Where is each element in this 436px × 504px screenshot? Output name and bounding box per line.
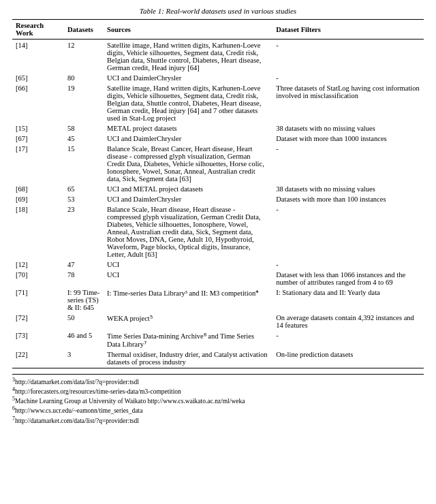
cell-sources: UCI and METAL project datasets [104,184,272,194]
cell-sources: Balance Scale, Breast Cancer, Heart dise… [104,144,272,184]
cell-research: [17] [12,144,64,184]
cell-filters: Three datasets of StatLog having cost in… [272,83,424,123]
cell-datasets: 15 [64,144,104,184]
cell-research: [70] [12,270,64,287]
col-header-sources: Sources [104,20,272,40]
cell-sources: Satellite image, Hand written digits, Ka… [104,40,272,74]
cell-datasets: 53 [64,194,104,204]
cell-datasets: 12 [64,40,104,74]
cell-filters: 38 datasets with no missing values [272,184,424,194]
cell-research: [12] [12,259,64,270]
table-row: [71]I: 99 Time-series (TS) & II: 645I: T… [12,287,424,313]
table-row: [73]46 and 5Time Series Data-mining Arch… [12,330,424,349]
cell-research: [14] [12,40,64,74]
table-row: [14]12Satellite image, Hand written digi… [12,40,424,74]
table-row: [66]19Satellite image, Hand written digi… [12,83,424,123]
research-table: Research Work Datasets Sources Dataset F… [12,19,424,368]
cell-research: [68] [12,184,64,194]
table-row: [17]15Balance Scale, Breast Cancer, Hear… [12,144,424,184]
table-row: [70]78UCIDataset with less than 1066 ins… [12,270,424,287]
cell-research: [67] [12,133,64,144]
cell-datasets: 65 [64,184,104,194]
cell-sources: Thermal oxidiser, Industry drier, and Ca… [104,349,272,368]
cell-datasets: 3 [64,349,104,368]
cell-datasets: I: 99 Time-series (TS) & II: 645 [64,287,104,313]
cell-sources: UCI and DaimlerChrysler [104,133,272,144]
table-row: [18]23Balance Scale, Heart disease, Hear… [12,204,424,259]
cell-filters: - [272,73,424,83]
cell-sources: UCI and DaimlerChrysler [104,194,272,204]
cell-research: [15] [12,123,64,133]
cell-research: [66] [12,83,64,123]
table-row: [72]50WEKA project⁵On average datasets c… [12,313,424,330]
cell-filters: - [272,144,424,184]
cell-research: [22] [12,349,64,368]
table-row: [68]65UCI and METAL project datasets38 d… [12,184,424,194]
cell-filters: Datasets with more than 100 instances [272,194,424,204]
cell-datasets: 50 [64,313,104,330]
cell-sources: Satellite image, Hand written digits, Ka… [104,83,272,123]
cell-sources: UCI and DaimlerChrysler [104,73,272,83]
cell-datasets: 47 [64,259,104,270]
cell-datasets: 23 [64,204,104,259]
footnote: 5Machine Learning Group at University of… [12,396,424,405]
cell-datasets: 19 [64,83,104,123]
cell-datasets: 58 [64,123,104,133]
cell-filters: - [272,204,424,259]
cell-sources: Time Series Data-mining Archive⁶ and Tim… [104,330,272,349]
table-row: [67]45UCI and DaimlerChryslerDataset wit… [12,133,424,144]
table-title: Table 1: Real-world datasets used in var… [12,7,424,15]
footnote: 7http://datamarket.com/data/list/?q=prov… [12,415,424,424]
cell-sources: UCI [104,259,272,270]
cell-research: [73] [12,330,64,349]
table-row: [69]53UCI and DaimlerChryslerDatasets wi… [12,194,424,204]
footnote: 6http://www.cs.ucr.edu/~eamonn/time_seri… [12,405,424,414]
cell-filters: On-line prediction datasets [272,349,424,368]
cell-filters: - [272,330,424,349]
col-header-datasets: Datasets [64,20,104,40]
cell-sources: UCI [104,270,272,287]
cell-research: [65] [12,73,64,83]
table-row: [22]3Thermal oxidiser, Industry drier, a… [12,349,424,368]
cell-datasets: 80 [64,73,104,83]
cell-research: [71] [12,287,64,313]
table-row: [15]58METAL project datasets38 datasets … [12,123,424,133]
cell-filters: - [272,259,424,270]
footnote: 4http://forecasters.org/resources/time-s… [12,386,424,395]
col-header-filters: Dataset Filters [272,20,424,40]
cell-sources: WEKA project⁵ [104,313,272,330]
cell-filters: - [272,40,424,74]
footnote: 3http://datamarket.com/data/list/?q=prov… [12,377,424,385]
cell-filters: Dataset with more than 1000 instances [272,133,424,144]
cell-research: [69] [12,194,64,204]
table-header-row: Research Work Datasets Sources Dataset F… [12,20,424,40]
table-row: [65]80UCI and DaimlerChrysler- [12,73,424,83]
cell-filters: 38 datasets with no missing values [272,123,424,133]
footnotes-section: 3http://datamarket.com/data/list/?q=prov… [12,374,424,424]
table-row: [12]47UCI- [12,259,424,270]
cell-datasets: 46 and 5 [64,330,104,349]
cell-datasets: 78 [64,270,104,287]
cell-filters: I: Stationary data and II: Yearly data [272,287,424,313]
col-header-research: Research Work [12,20,64,40]
cell-datasets: 45 [64,133,104,144]
cell-research: [18] [12,204,64,259]
cell-filters: On average datasets contain 4,392 instan… [272,313,424,330]
cell-filters: Dataset with less than 1066 instances an… [272,270,424,287]
cell-sources: METAL project datasets [104,123,272,133]
cell-sources: I: Time-series Data Library³ and II: M3 … [104,287,272,313]
cell-sources: Balance Scale, Heart disease, Heart dise… [104,204,272,259]
cell-research: [72] [12,313,64,330]
